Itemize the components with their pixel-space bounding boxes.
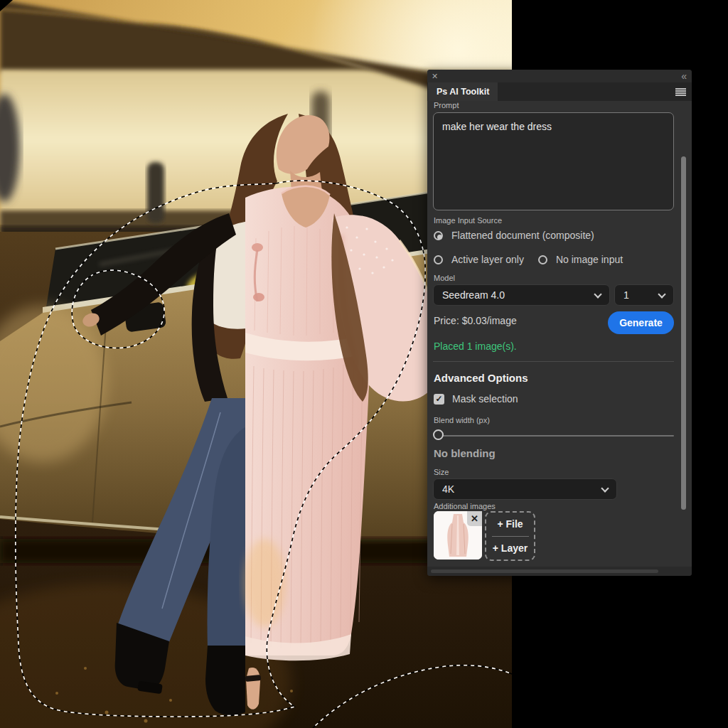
collapse-icon[interactable]: « <box>681 70 686 82</box>
panel-menu-icon[interactable] <box>675 88 686 96</box>
right-boot <box>205 646 245 715</box>
chevron-down-icon <box>658 290 665 298</box>
blend-width-slider[interactable] <box>433 429 674 442</box>
section-divider <box>433 361 674 362</box>
slider-handle[interactable] <box>433 429 444 440</box>
add-box-divider <box>492 536 529 537</box>
ai-toolkit-panel: ✕ « Ps AI Toolkit Prompt Image Input Sou… <box>427 70 692 576</box>
add-image-box: + File + Layer <box>485 511 535 561</box>
model-select-value: Seedream 4.0 <box>442 289 505 301</box>
panel-horizontal-scrollbar[interactable] <box>431 569 658 573</box>
radio-no-image[interactable] <box>538 255 547 264</box>
additional-images-label: Additional images <box>434 502 496 510</box>
radio-flattened-document-label[interactable]: Flattened document (composite) <box>451 230 594 241</box>
image-count-select[interactable]: 1 <box>614 284 674 306</box>
bollard <box>147 162 164 223</box>
advanced-options-heading: Advanced Options <box>434 372 528 384</box>
add-layer-button[interactable]: + Layer <box>493 543 528 553</box>
app-stage: ✕ « Ps AI Toolkit Prompt Image Input Sou… <box>0 0 728 728</box>
model-label: Model <box>434 274 455 282</box>
close-icon[interactable]: ✕ <box>432 70 438 82</box>
size-label: Size <box>434 468 449 476</box>
remove-thumbnail-icon[interactable]: ✕ <box>467 511 482 526</box>
image-count-value: 1 <box>623 289 629 301</box>
size-select[interactable]: 4K <box>433 478 617 500</box>
mask-selection-checkbox[interactable]: ✓ <box>434 394 444 405</box>
panel-tabbar: Ps AI Toolkit <box>427 82 692 101</box>
chevron-down-icon <box>594 290 601 298</box>
panel-titlebar: ✕ « <box>427 70 692 82</box>
mask-selection-label[interactable]: Mask selection <box>452 393 518 405</box>
status-text: Placed 1 image(s). <box>434 341 517 352</box>
radio-flattened-document[interactable] <box>434 231 443 240</box>
bare-foot <box>246 668 260 710</box>
blend-status-text: No blending <box>434 447 496 459</box>
slider-track[interactable] <box>434 435 674 437</box>
panel-content: Prompt Image Input Source Flattened docu… <box>427 101 692 566</box>
size-select-value: 4K <box>442 483 454 495</box>
prompt-label: Prompt <box>434 101 459 109</box>
tab-ai-toolkit[interactable]: Ps AI Toolkit <box>428 82 498 101</box>
model-select[interactable]: Seedream 4.0 <box>433 284 610 306</box>
prompt-input[interactable] <box>433 112 674 210</box>
chevron-down-icon <box>601 484 609 492</box>
panel-bottom-bar <box>427 567 692 576</box>
radio-no-image-label[interactable]: No image input <box>556 254 623 265</box>
radio-active-layer[interactable] <box>434 255 443 264</box>
add-file-button[interactable]: + File <box>497 519 523 529</box>
generate-button[interactable]: Generate <box>608 311 674 334</box>
panel-vertical-scrollbar[interactable] <box>681 156 686 510</box>
blend-width-label: Blend width (px) <box>434 416 490 424</box>
radio-active-layer-label[interactable]: Active layer only <box>451 254 524 265</box>
image-input-source-label: Image Input Source <box>434 216 502 225</box>
price-text: Price: $0.03/image <box>434 315 517 326</box>
